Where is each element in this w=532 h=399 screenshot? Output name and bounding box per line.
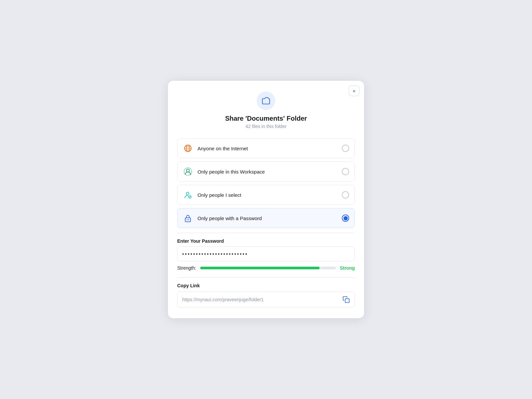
lock-icon: [183, 213, 193, 223]
copy-link-row: https://mynaui.com/praveenjuge/folder1: [177, 292, 355, 308]
svg-rect-13: [345, 299, 349, 303]
person-select-icon: [183, 190, 193, 200]
option-left-workspace: Only people in this Workspace: [183, 167, 265, 177]
password-input[interactable]: [177, 246, 355, 261]
folder-icon: [262, 96, 270, 105]
modal-header: Share 'Documents' Folder 42 files in thi…: [177, 91, 355, 129]
strength-value: Strong: [340, 265, 355, 271]
strength-label: Strength:: [177, 265, 196, 271]
modal-overlay: × Share 'Documents' Folder 42 files in t…: [0, 0, 532, 399]
copy-button[interactable]: [339, 296, 350, 303]
radio-internet[interactable]: [342, 145, 349, 152]
folder-icon-wrap: [257, 91, 275, 110]
strength-row: Strength: Strong: [177, 265, 355, 271]
option-left-internet: Anyone on the Internet: [183, 143, 248, 153]
option-left-password: Only people with a Password: [183, 213, 262, 223]
close-button[interactable]: ×: [349, 85, 359, 96]
copy-icon: [342, 296, 350, 303]
copy-link-label: Copy Link: [177, 283, 355, 288]
radio-select[interactable]: [342, 191, 349, 199]
radio-password[interactable]: [342, 214, 349, 222]
share-modal: × Share 'Documents' Folder 42 files in t…: [168, 81, 364, 318]
radio-workspace[interactable]: [342, 168, 349, 175]
password-section: Enter Your Password Strength: Strong Cop…: [177, 233, 355, 308]
svg-point-10: [187, 219, 187, 220]
modal-subtitle: 42 files in this folder: [245, 124, 287, 129]
option-left-select: Only people I select: [183, 190, 241, 200]
svg-point-7: [186, 192, 189, 195]
option-label-select: Only people I select: [198, 192, 241, 198]
password-input-label: Enter Your Password: [177, 238, 355, 244]
option-label-workspace: Only people in this Workspace: [198, 169, 265, 175]
workspace-icon: [183, 167, 193, 177]
strength-bar-fill: [200, 267, 320, 269]
modal-title: Share 'Documents' Folder: [225, 115, 307, 122]
copy-link-section: Copy Link https://mynaui.com/praveenjuge…: [177, 277, 355, 308]
password-input-wrap: [177, 246, 355, 261]
option-internet[interactable]: Anyone on the Internet: [177, 138, 355, 158]
option-select[interactable]: Only people I select: [177, 185, 355, 205]
copy-link-url: https://mynaui.com/praveenjuge/folder1: [182, 297, 339, 302]
radio-inner-password: [343, 216, 348, 220]
globe-icon: [183, 143, 193, 153]
option-password[interactable]: Only people with a Password: [177, 208, 355, 228]
option-label-internet: Anyone on the Internet: [198, 146, 248, 151]
svg-point-11: [188, 219, 188, 220]
svg-point-12: [189, 219, 189, 220]
strength-bar-bg: [200, 267, 336, 269]
option-label-password: Only people with a Password: [198, 215, 262, 221]
option-workspace[interactable]: Only people in this Workspace: [177, 162, 355, 182]
options-list: Anyone on the Internet Only people in th…: [177, 138, 355, 228]
